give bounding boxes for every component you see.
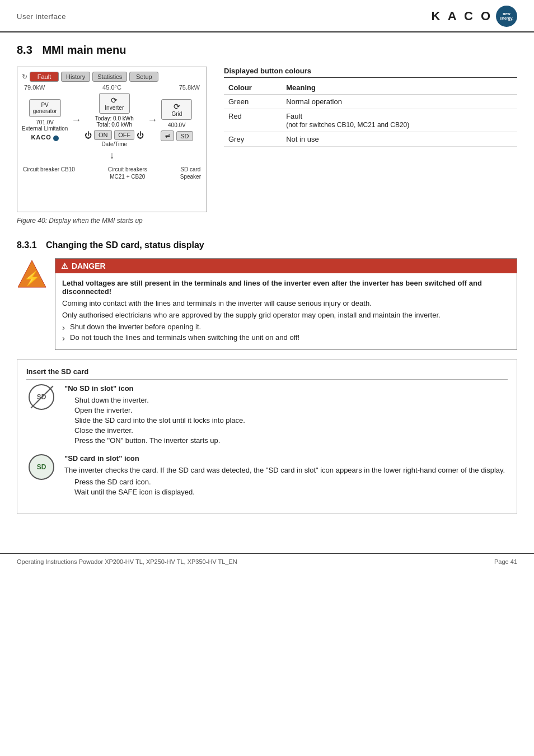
sd-step-1: Press the SD card icon. [74,478,508,486]
mmi-controls: ⏻ ON OFF ⏻ [85,130,144,140]
mc21-cb20-label: Circuit breakersMC21 + CB20 [108,166,147,180]
statistics-button[interactable]: Statistics [92,72,127,82]
arrow-right-1: → [71,114,81,126]
subsection-number: 8.3.1 [17,240,37,250]
kaco-small-circle [53,136,59,141]
page-footer: Operating Instructions Powador XP200-HV … [0,553,534,570]
danger-para-1: Coming into contact with the lines and t… [62,299,510,307]
table-row: Red Fault(not for switches CB10, MC21 an… [224,109,517,132]
arrow-right-2: → [147,114,157,126]
grid-col: ⟳ Grid 400.0V ⇌ SD [161,99,193,141]
danger-bullets: Shut down the inverter before opening it… [62,323,510,342]
footer-left: Operating Instructions Powador XP200-HV … [17,558,237,565]
meaning-red: Fault(not for switches CB10, MC21 and CB… [282,109,517,132]
footer-right: Page 41 [494,558,517,565]
danger-container: ⚡ ⚠ DANGER Lethal voltages are still pre… [17,258,517,350]
danger-bullet-1: Shut down the inverter before opening it… [62,323,510,331]
sd-ctrl-btn[interactable]: SD [176,131,193,141]
grid-label: Grid [165,111,188,117]
off-button[interactable]: OFF [114,130,134,140]
kaco-text-label: KACO [31,134,51,141]
no-sd-content: "No SD in slot" icon Shut down the inver… [64,384,508,446]
sd-card-label: SD cardSpeaker [180,166,201,180]
power-icon2: ⏻ [137,131,144,139]
no-sd-circle: SD [29,384,54,410]
sd-in-section: SD "SD card in slot" icon The inverter c… [26,454,508,498]
figure-caption: Figure 40: Display when the MMI starts u… [17,217,207,225]
kaco-logo: K A C O newenergy. [432,6,517,27]
step-4: Close the inverter. [74,426,508,435]
mmi-bottom-labels: Circuit breaker CB10 Circuit breakersMC2… [22,166,202,180]
sd-in-subtitle: "SD card in slot" icon [64,454,508,463]
danger-bold-text: Lethal voltages are still present in the… [62,279,510,296]
cb10-label: Circuit breaker CB10 [23,166,75,180]
voltage2-value: 400.0V [168,122,186,128]
page-header: User interface K A C O newenergy. [0,0,534,32]
grid-controls: ⇌ SD [161,130,193,141]
energy-total: Total: 0.0 kWh [97,122,132,128]
sd-section: Insert the SD card SD "No SD in slot" ic… [17,359,517,514]
mmi-diagram-container: ↻ Fault History Statistics Setup 79.0kW … [17,67,207,225]
power-icon: ⏻ [85,131,92,139]
table-row: Green Normal operation [224,95,517,109]
refresh-icon: ↻ [22,73,27,81]
table-row: Grey Not in use [224,132,517,147]
sd-section-title: Insert the SD card [26,367,508,380]
step-5: Press the "ON" button. The inverter star… [74,436,508,445]
mmi-middle-row: PV generator 701.0V External Limitation … [22,93,202,147]
danger-title: DANGER [72,262,106,270]
power1-value: 79.0kW [24,84,45,91]
pv-generator-col: PV generator 701.0V External Limitation … [22,99,68,141]
setup-button[interactable]: Setup [129,72,158,82]
no-sd-steps-list: Shut down the inverter. Open the inverte… [64,396,508,445]
inverter-box: ⟳ Inverter [99,93,130,114]
no-sd-icon: SD [26,384,57,410]
meaning-green: Normal operation [282,95,517,109]
meaning-grey: Not in use [282,132,517,147]
subsection-title: Changing the SD card, status display [46,240,204,250]
fault-button[interactable]: Fault [30,72,59,82]
warning-icon-small: ⚠ [61,262,68,270]
sd-in-icon: SD [26,454,57,480]
kaco-logo-subtext: newenergy. [500,12,513,20]
danger-box: ⚠ DANGER Lethal voltages are still prese… [55,258,517,350]
sd-in-description: The inverter checks the card. If the SD … [64,466,508,474]
no-sd-section: SD "No SD in slot" icon Shut down the in… [26,384,508,446]
subsection-heading: 8.3.1 Changing the SD card, status displ… [17,240,517,250]
colour-green: Green [224,95,282,109]
power2-value: 75.8kW [179,84,200,91]
inverter-col: ⟳ Inverter Today: 0.0 kWh Total: 0.0 kWh… [85,93,144,147]
danger-body: Lethal voltages are still present in the… [55,273,517,349]
danger-triangle-icon: ⚡ [17,258,47,292]
grid-box: ⟳ Grid [161,99,192,120]
on-button[interactable]: ON [94,130,112,140]
mmi-top-row: ↻ Fault History Statistics Setup [22,72,202,82]
section-title: MMI main menu [42,44,126,56]
danger-header: ⚠ DANGER [55,259,517,273]
external-label: External Limitation [22,125,68,132]
grid-ctrl-btn[interactable]: ⇌ [161,130,174,141]
kaco-logo-circle: newenergy. [496,6,517,27]
temp-value: 45.0°C [102,84,121,91]
svg-text:⚡: ⚡ [24,270,40,286]
inverter-label: Inverter [103,105,126,111]
sd-in-text: SD [37,463,46,471]
colour-grey: Grey [224,132,282,147]
colour-table: Colour Meaning Green Normal operation Re… [224,81,517,147]
colour-table-section: Displayed button colours Colour Meaning … [224,67,517,225]
pv-label: PV [33,102,57,108]
grid-icon: ⟳ [165,102,188,111]
date-time-label: Date/Time [101,141,127,147]
sd-in-circle: SD [29,454,54,480]
page-content: 8.3 MMI main menu ↻ Fault History Statis… [0,32,534,531]
step-1: Shut down the inverter. [74,396,508,404]
danger-bullet-2: Do not touch the lines and terminals whe… [62,333,510,342]
header-title: User interface [17,12,66,21]
danger-para-2: Only authorised electricians who are app… [62,311,510,319]
step-3: Slide the SD card into the slot until it… [74,416,508,424]
arrow-down: ↓ [22,150,202,161]
history-button[interactable]: History [61,72,90,82]
mmi-power-row: 79.0kW 45.0°C 75.8kW [22,84,202,91]
no-sd-text: SD [37,393,46,401]
mmi-diagram: ↻ Fault History Statistics Setup 79.0kW … [17,67,207,212]
